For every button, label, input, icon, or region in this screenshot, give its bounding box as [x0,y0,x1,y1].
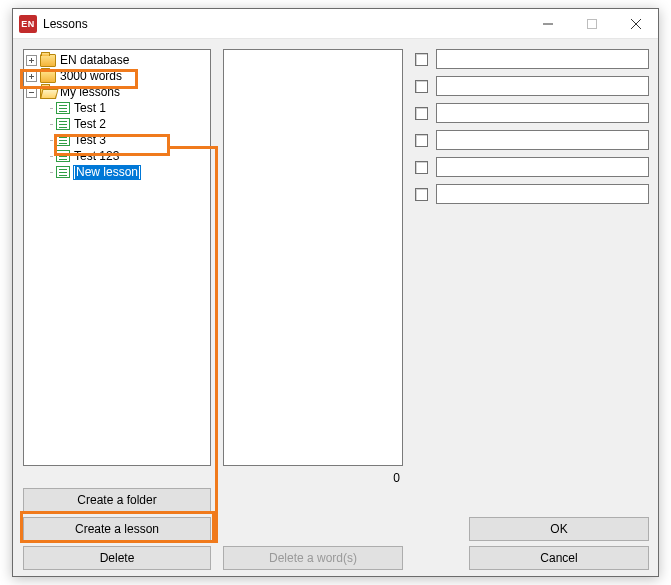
titlebar: EN Lessons [13,9,658,39]
app-badge-icon: EN [19,15,37,33]
expand-icon[interactable] [26,55,37,66]
button-label: Delete a word(s) [269,551,357,565]
word-list[interactable] [223,49,403,466]
field-input[interactable] [436,157,649,177]
lessons-window: EN Lessons EN database [12,8,659,577]
word-fields [415,49,649,211]
ok-button[interactable]: OK [469,517,649,541]
rename-input[interactable]: New lesson [73,165,141,180]
lesson-icon [56,118,70,130]
field-checkbox[interactable] [415,80,428,93]
maximize-button [570,9,614,39]
tree-item[interactable]: Test 2 [26,116,210,132]
field-input[interactable] [436,76,649,96]
lesson-icon [56,150,70,162]
button-label: OK [550,522,567,536]
svg-rect-1 [588,19,597,28]
word-count: 0 [304,471,400,485]
button-label: Cancel [540,551,577,565]
tree-item-label: Test 3 [73,132,107,148]
minimize-button[interactable] [526,9,570,39]
tree-item-my-lessons[interactable]: My lessons [26,84,210,100]
tree-item[interactable]: 3000 words [26,68,210,84]
lesson-icon [56,166,70,178]
field-input[interactable] [436,103,649,123]
folder-open-icon [40,86,56,99]
tree-item-label: My lessons [59,84,121,100]
tree-item-label: 3000 words [59,68,123,84]
rename-input-text: New lesson [75,165,139,179]
close-button[interactable] [614,9,658,39]
button-label: Delete [100,551,135,565]
lesson-icon [56,134,70,146]
create-lesson-button[interactable]: Create a lesson [23,517,211,541]
window-title: Lessons [43,17,88,31]
delete-words-button: Delete a word(s) [223,546,403,570]
button-label: Create a lesson [75,522,159,536]
field-checkbox[interactable] [415,188,428,201]
tree-item[interactable]: Test 3 [26,132,210,148]
folder-icon [40,54,56,67]
delete-button[interactable]: Delete [23,546,211,570]
field-checkbox[interactable] [415,107,428,120]
tree-item-editing[interactable]: New lesson [26,164,210,180]
collapse-icon[interactable] [26,87,37,98]
create-folder-button[interactable]: Create a folder [23,488,211,512]
tree-item-label: EN database [59,52,130,68]
tree-item-label: Test 2 [73,116,107,132]
field-checkbox[interactable] [415,53,428,66]
field-input[interactable] [436,49,649,69]
folder-icon [40,70,56,83]
field-checkbox[interactable] [415,161,428,174]
cancel-button[interactable]: Cancel [469,546,649,570]
tree-item[interactable]: Test 1 [26,100,210,116]
tree-item[interactable]: EN database [26,52,210,68]
tree-item[interactable]: Test 123 [26,148,210,164]
field-checkbox[interactable] [415,134,428,147]
field-input[interactable] [436,130,649,150]
tree-item-label: Test 1 [73,100,107,116]
tree-item-label: Test 123 [73,148,120,164]
lesson-icon [56,102,70,114]
field-input[interactable] [436,184,649,204]
expand-icon[interactable] [26,71,37,82]
folder-tree[interactable]: EN database 3000 words My lessons [23,49,211,466]
button-label: Create a folder [77,493,156,507]
